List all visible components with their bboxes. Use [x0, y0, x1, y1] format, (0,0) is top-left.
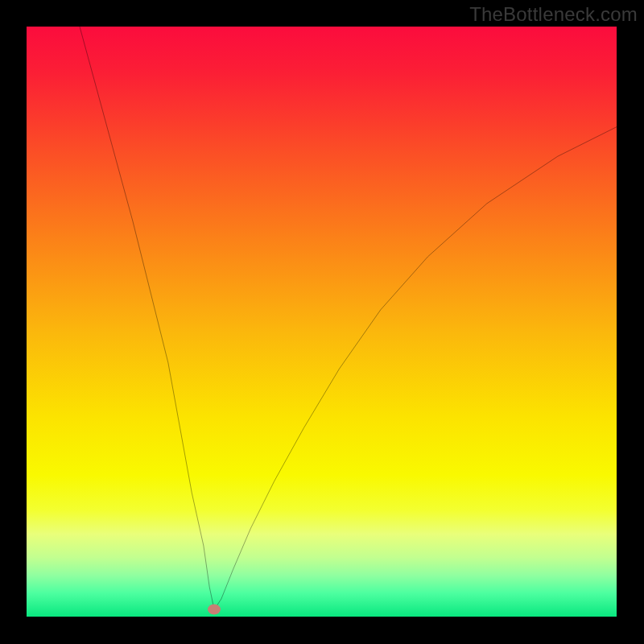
chart-plot-area	[27, 27, 617, 617]
bottleneck-curve	[27, 27, 617, 617]
min-point-marker	[208, 605, 221, 615]
chart-frame: TheBottleneck.com	[0, 0, 644, 644]
curve-line	[80, 27, 617, 609]
watermark-text: TheBottleneck.com	[469, 3, 638, 26]
